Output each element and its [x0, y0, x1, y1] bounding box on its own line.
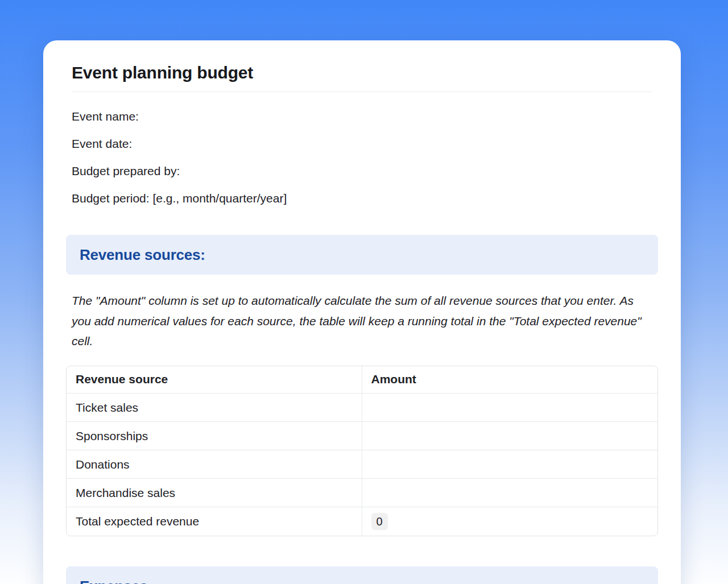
revenue-section-heading: Revenue sources:: [80, 246, 644, 264]
expenses-section-callout[interactable]: Expenses:: [66, 566, 658, 584]
cell-amount[interactable]: [362, 479, 657, 507]
revenue-section-callout[interactable]: Revenue sources:: [66, 235, 658, 275]
table-row-merchandise-sales: Merchandise sales: [67, 479, 657, 507]
cell-amount-total[interactable]: 0: [362, 507, 657, 536]
table-header-row: Revenue source Amount: [67, 366, 657, 394]
total-revenue-value-chip[interactable]: 0: [371, 513, 388, 530]
cell-source[interactable]: Donations: [67, 450, 362, 479]
field-budget-prepared-by[interactable]: Budget prepared by:: [72, 164, 652, 178]
revenue-table: Revenue source Amount Ticket sales Spons…: [66, 366, 658, 536]
table-row-total-expected-revenue: Total expected revenue 0: [67, 507, 657, 536]
cell-source[interactable]: Total expected revenue: [67, 507, 362, 536]
cell-amount[interactable]: [362, 394, 657, 422]
field-budget-period[interactable]: Budget period: [e.g., month/quarter/year…: [72, 192, 652, 205]
cell-source[interactable]: Ticket sales: [67, 394, 362, 422]
app-background: Event planning budget Event name: Event …: [0, 0, 728, 584]
title-divider: [72, 92, 652, 92]
column-header-revenue-source[interactable]: Revenue source: [67, 366, 362, 394]
event-fields: Event name: Event date: Budget prepared …: [66, 110, 658, 205]
revenue-note[interactable]: The "Amount" column is set up to automat…: [72, 291, 643, 351]
table-row-donations: Donations: [67, 450, 657, 479]
cell-source[interactable]: Merchandise sales: [67, 479, 362, 507]
page-title[interactable]: Event planning budget: [72, 63, 652, 83]
cell-source[interactable]: Sponsorships: [67, 422, 362, 450]
document-page: Event planning budget Event name: Event …: [43, 40, 681, 584]
expenses-section-heading: Expenses:: [80, 577, 644, 584]
column-header-amount[interactable]: Amount: [362, 366, 657, 394]
field-event-name[interactable]: Event name:: [72, 110, 652, 123]
cell-amount[interactable]: [362, 422, 657, 450]
document-content: Event planning budget Event name: Event …: [43, 40, 681, 584]
table-row-ticket-sales: Ticket sales: [67, 394, 657, 422]
cell-amount[interactable]: [362, 450, 657, 479]
field-event-date[interactable]: Event date:: [72, 137, 652, 151]
table-row-sponsorships: Sponsorships: [67, 422, 657, 450]
